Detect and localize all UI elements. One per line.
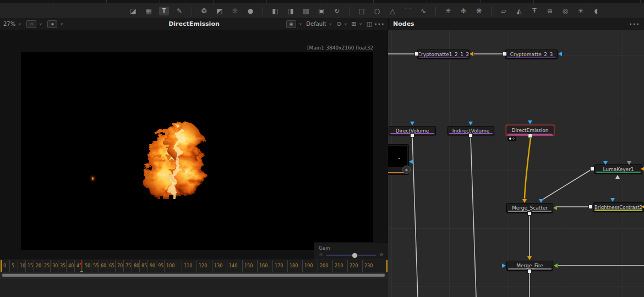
viewer-canvas[interactable] xyxy=(21,52,373,250)
playhead[interactable] xyxy=(81,260,82,273)
viewer-assignment-badge[interactable] xyxy=(507,136,516,141)
bspline-mask-tool-icon[interactable]: ⌒ xyxy=(403,7,413,15)
wand-mask-tool-icon[interactable]: ∿ xyxy=(418,7,428,15)
nodes-panel-header: Nodes ••• xyxy=(388,18,644,30)
node-Merge_Fire[interactable]: Merge_Fire xyxy=(506,261,553,271)
merge-tool-icon[interactable]: ◧ xyxy=(270,7,280,15)
node-DirectEmission[interactable]: DirectEmission xyxy=(506,125,554,136)
explosion-image xyxy=(140,114,210,204)
cache-indicator-icon: ◈ xyxy=(402,166,411,174)
chevron-down-icon: ∨ xyxy=(329,22,332,26)
node-thumbnail xyxy=(388,146,407,167)
particle-render-tool-icon[interactable]: ❋ xyxy=(474,7,484,15)
channel-booleans-tool-icon[interactable]: ▣ xyxy=(316,7,326,15)
ruler-tick-170: 170 xyxy=(272,260,273,273)
ruler-tick-60: 60 xyxy=(99,260,99,273)
gain-slider[interactable] xyxy=(326,255,376,256)
ellipse-mask-tool-icon[interactable]: ○ xyxy=(372,7,382,15)
buffer-b-icon: ▪ xyxy=(47,20,57,28)
text-3d-tool-icon[interactable]: Ŧ xyxy=(530,7,539,15)
particle-emitter-tool-icon[interactable]: ✳ xyxy=(443,7,453,15)
node-label: IndirectVolume xyxy=(452,128,490,134)
timeline-scrollbar[interactable] xyxy=(2,273,385,277)
ruler-tick-160: 160 xyxy=(257,260,258,273)
chevron-down-icon: ∨ xyxy=(344,22,347,26)
gain-label: Gain xyxy=(319,245,384,251)
viewer-options-menu[interactable]: ••• xyxy=(374,21,385,27)
matte-control-tool-icon[interactable]: ◨ xyxy=(286,7,296,15)
timeline-scroll-strip xyxy=(0,272,388,279)
camera-3d-tool-icon[interactable]: ◎ xyxy=(560,7,570,15)
toolbar-separator xyxy=(435,7,436,15)
light-3d-tool-icon[interactable]: ☀ xyxy=(576,7,586,15)
shape-3d-tool-icon[interactable]: ◭ xyxy=(514,7,524,15)
node-MediaIn-thumbnail[interactable]: ◈ xyxy=(388,144,409,175)
viewer-header: 27% ∨ ▫ ∨ ▪ ∨ DirectEmission ▣ ∨ Default… xyxy=(0,18,388,30)
particle-merge-tool-icon[interactable]: ❉ xyxy=(459,7,468,15)
chevron-down-icon: ∨ xyxy=(60,22,63,26)
viewer-lut-dropdown[interactable]: Default ∨ xyxy=(306,21,332,27)
node-connections xyxy=(388,30,644,297)
ruler-tick-10: 10 xyxy=(18,260,18,273)
node-BrightnessContrast2[interactable]: BrightnessContrast2 xyxy=(593,202,644,212)
range-start-marker xyxy=(1,260,2,273)
node-graph[interactable]: Cryptomatte1_2_1_2Cryptomatte_2_3DirectV… xyxy=(388,30,644,297)
transform-tool-icon[interactable]: ↻ xyxy=(332,7,342,15)
split-view-icon[interactable]: ◫ xyxy=(367,20,372,28)
gain-slider-knob[interactable] xyxy=(352,252,358,258)
viewer-zoom-value: 27% xyxy=(3,21,15,27)
ember-spark xyxy=(92,177,94,180)
ruler-tick-150: 150 xyxy=(242,260,243,273)
text-tool-icon[interactable]: T xyxy=(159,7,169,15)
brightness-high-icon: ☼ xyxy=(379,252,384,257)
merge-3d-tool-icon[interactable]: ⊕ xyxy=(545,7,555,15)
viewer-buffer-a-dropdown[interactable]: ▫ ∨ xyxy=(26,20,42,28)
color-corrector-tool-icon[interactable]: ❂ xyxy=(199,7,209,15)
layer-tool-icon[interactable]: ▥ xyxy=(301,7,311,15)
node-Cryptomatte1_2_1_2[interactable]: Cryptomatte1_2_1_2 xyxy=(417,50,470,59)
viewer-zoom-dropdown[interactable]: 27% ∨ xyxy=(3,21,21,27)
ruler-tick-40: 40 xyxy=(66,260,67,273)
color-curves-tool-icon[interactable]: ◩ xyxy=(215,7,225,15)
ruler-tick-90: 90 xyxy=(148,260,148,273)
node-Merge_Scatter[interactable]: Merge_Scatter xyxy=(506,203,553,213)
node-label: Merge_Fire xyxy=(516,263,543,268)
lut-label: Default xyxy=(306,21,326,27)
chevron-down-icon: ∨ xyxy=(359,22,362,26)
image-plane-3d-tool-icon[interactable]: ▱ xyxy=(499,7,509,15)
toolbar-separator xyxy=(263,7,263,15)
paint-tool-icon[interactable]: ✎ xyxy=(174,7,184,15)
brightness-low-icon: ☼ xyxy=(319,252,323,257)
brightness-contrast-tool-icon[interactable]: ☼ xyxy=(230,7,240,15)
viewer-guides-dropdown[interactable]: ⊞ ∨ xyxy=(351,20,362,28)
timeline-ruler[interactable]: 0510152025303540455055606570758085909510… xyxy=(0,260,388,273)
viewer-subview-dropdown[interactable]: ▣ ∨ xyxy=(286,20,302,28)
toolbar: ◪▦T✎❂◩☼●◧◨▥▣↻□○△⌒∿✳❉❋▱◭Ŧ⊕◎☀◖ xyxy=(0,3,644,19)
renderer-3d-tool-icon[interactable]: ◖ xyxy=(591,7,601,15)
node-label: DirectVolume xyxy=(396,128,429,134)
ruler-tick-95: 95 xyxy=(156,260,156,273)
nodes-options-menu[interactable]: ••• xyxy=(629,21,640,27)
background-tool-icon[interactable]: ◪ xyxy=(128,7,138,15)
polygon-mask-tool-icon[interactable]: △ xyxy=(388,7,397,15)
ruler-tick-140: 140 xyxy=(227,260,227,273)
ruler-tick-100: 100 xyxy=(164,260,165,273)
ruler-tick-75: 75 xyxy=(123,260,124,273)
node-Cryptomatte_2_3[interactable]: Cryptomatte_2_3 xyxy=(505,50,558,59)
ruler-tick-180: 180 xyxy=(287,260,288,273)
viewer-color-controls-dropdown[interactable]: ⊙ ∨ xyxy=(336,20,347,28)
viewer-resolution-info: [Main]: 3840x2160 float32 xyxy=(307,45,373,51)
node-DirectVolume[interactable]: DirectVolume xyxy=(389,126,436,135)
rectangle-mask-tool-icon[interactable]: □ xyxy=(357,7,367,15)
fastnoise-tool-icon[interactable]: ▦ xyxy=(144,7,154,15)
chevron-down-icon: ∨ xyxy=(299,22,302,26)
ruler-tick-230: 230 xyxy=(362,260,363,273)
ruler-tick-220: 220 xyxy=(347,260,348,273)
ruler-tick-120: 120 xyxy=(197,260,197,273)
buffer-a-icon: ▫ xyxy=(26,20,36,28)
blur-tool-icon[interactable]: ● xyxy=(245,7,255,15)
node-IndirectVolume[interactable]: IndirectVolume xyxy=(447,126,494,135)
range-end-marker xyxy=(386,260,388,273)
viewer-buffer-b-dropdown[interactable]: ▪ ∨ xyxy=(47,20,63,28)
node-LumaKeyer1[interactable]: LumaKeyer1 xyxy=(594,164,642,174)
